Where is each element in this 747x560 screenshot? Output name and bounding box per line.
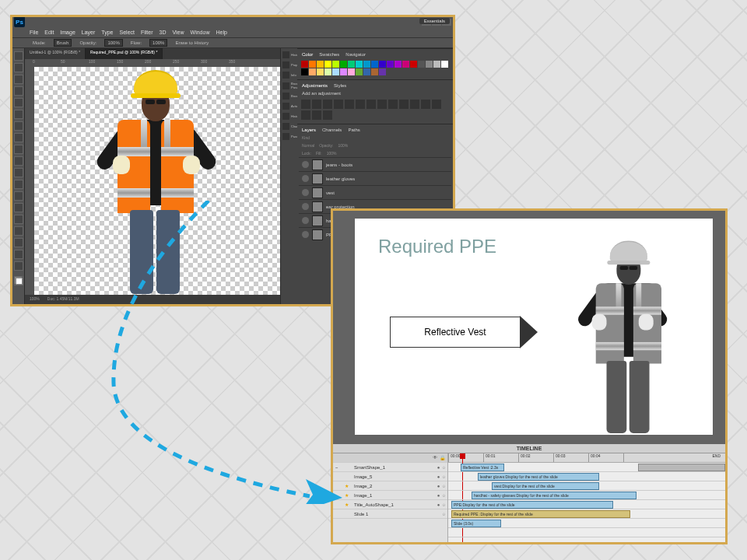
- callout-label[interactable]: Reflective Vest: [390, 317, 521, 348]
- dodge-tool-icon[interactable]: [14, 191, 23, 201]
- adj-icon[interactable]: [323, 100, 332, 109]
- color-swatch[interactable]: [14, 276, 23, 285]
- adj-icon[interactable]: [323, 110, 332, 120]
- timeline-track[interactable]: PPE:Display for the rest of the slide: [448, 500, 725, 509]
- layer-toggle[interactable]: ○: [442, 484, 445, 488]
- adj-icon[interactable]: [399, 100, 409, 109]
- tab-paths[interactable]: Paths: [348, 128, 359, 132]
- menu-window[interactable]: Window: [191, 30, 210, 35]
- swatch[interactable]: [395, 61, 402, 68]
- menu-image[interactable]: Image: [60, 30, 75, 35]
- swatch[interactable]: [410, 61, 417, 68]
- timeline-track[interactable]: jeans -boots:Display for the rest of ...…: [448, 472, 725, 481]
- swatch[interactable]: [340, 61, 347, 68]
- adj-icon[interactable]: [356, 100, 365, 109]
- lock-icon[interactable]: 🔒: [440, 455, 445, 460]
- menu-view[interactable]: View: [173, 30, 184, 35]
- pen-tool-icon[interactable]: [14, 203, 23, 212]
- marquee-tool-icon[interactable]: [14, 63, 23, 72]
- swatches-grid[interactable]: [299, 58, 451, 78]
- layer-fill[interactable]: 100%: [327, 151, 337, 156]
- swatch[interactable]: [348, 68, 355, 75]
- swatch[interactable]: [332, 61, 339, 68]
- adj-icon[interactable]: [432, 100, 441, 109]
- layer-toggle[interactable]: ●: [437, 465, 440, 470]
- menu-help[interactable]: Help: [216, 30, 226, 35]
- tab-layers[interactable]: Layers: [302, 128, 316, 132]
- layer-toggle[interactable]: ●: [437, 474, 440, 479]
- swatch[interactable]: [301, 61, 308, 68]
- panel-paragraph-icon[interactable]: Paragraph: [282, 133, 296, 140]
- photoshop-canvas[interactable]: [34, 67, 280, 295]
- visibility-icon[interactable]: [302, 203, 309, 210]
- swatch[interactable]: [356, 61, 363, 68]
- timeline-track[interactable]: [448, 537, 725, 544]
- stamp-tool-icon[interactable]: [14, 133, 23, 142]
- panel-properties-icon[interactable]: Properties: [282, 61, 296, 68]
- swatch[interactable]: [402, 61, 409, 68]
- swatch[interactable]: [309, 68, 316, 75]
- flow-value[interactable]: 100%: [149, 39, 167, 47]
- adj-icon[interactable]: [301, 100, 310, 109]
- captivate-stage[interactable]: Required PPE Reflective Vest: [333, 211, 725, 444]
- timeline-tracks[interactable]: 00:00 00:01 00:02 00:03 00:04 END Reflec…: [448, 453, 725, 544]
- swatch[interactable]: [379, 68, 386, 75]
- panel-brush-icon[interactable]: Brush: [282, 93, 296, 100]
- layer-toggle[interactable]: ○: [442, 512, 445, 516]
- swatch[interactable]: [317, 61, 324, 68]
- timeline-clip[interactable]: Reflective Vest :2.3s: [461, 464, 504, 471]
- adj-icon[interactable]: [388, 100, 398, 109]
- swatch[interactable]: [324, 61, 331, 68]
- tab-color[interactable]: Color: [302, 52, 313, 57]
- tab-swatches[interactable]: Swatches: [319, 52, 339, 57]
- layer-row[interactable]: leather gloves: [299, 171, 451, 185]
- layer-toggle[interactable]: ●: [437, 493, 440, 498]
- blend-mode[interactable]: Normal: [302, 143, 314, 148]
- eyedropper-tool-icon[interactable]: [14, 110, 23, 119]
- timeline-clip[interactable]: PPE:Display for the rest of the slide: [451, 501, 613, 509]
- layer-row[interactable]: vest: [299, 185, 451, 199]
- history-brush-tool-icon[interactable]: [14, 145, 23, 154]
- adj-icon[interactable]: [377, 100, 387, 109]
- erase-history-checkbox[interactable]: Erase to History: [175, 40, 209, 45]
- menu-3d[interactable]: 3D: [160, 30, 167, 35]
- wand-tool-icon[interactable]: [14, 86, 23, 96]
- tab-channels[interactable]: Channels: [322, 128, 342, 132]
- timeline-track[interactable]: [448, 528, 725, 537]
- swatch[interactable]: [348, 61, 355, 68]
- eraser-tool-icon[interactable]: [14, 156, 23, 166]
- swatch[interactable]: [324, 68, 331, 75]
- layer-toggle[interactable]: ○: [442, 502, 445, 507]
- timeline-layer-row[interactable]: ★Title_AutoShape_1●○: [333, 500, 447, 509]
- adj-icon[interactable]: [312, 100, 321, 109]
- swatch[interactable]: [441, 61, 448, 68]
- swatch[interactable]: [363, 68, 370, 75]
- swatch[interactable]: [309, 61, 316, 68]
- swatch[interactable]: [301, 68, 308, 75]
- adj-icon[interactable]: [301, 110, 310, 120]
- swatch[interactable]: [418, 61, 425, 68]
- opacity-value[interactable]: 100%: [104, 39, 122, 47]
- swatch[interactable]: [317, 68, 324, 75]
- timeline-clip[interactable]: Required PPE :Display for the rest of th…: [451, 510, 630, 518]
- swatch[interactable]: [426, 61, 433, 68]
- timeline-track[interactable]: vest:Display for the rest of the slide: [448, 481, 725, 491]
- visibility-icon[interactable]: [302, 175, 309, 182]
- layer-row[interactable]: jeans - boots: [299, 157, 451, 171]
- timeline-layer-row[interactable]: ★Image_2●○: [333, 481, 447, 491]
- visibility-icon[interactable]: [302, 161, 309, 168]
- adj-icon[interactable]: [421, 100, 430, 109]
- layer-toggle[interactable]: ○: [442, 465, 445, 470]
- swatch[interactable]: [363, 61, 370, 68]
- tab-navigator[interactable]: Navigator: [345, 52, 366, 57]
- timeline-layer-row[interactable]: ★Image_1●○: [333, 491, 447, 500]
- swatch[interactable]: [356, 68, 363, 75]
- timeline-layer-row[interactable]: Image_5●○: [333, 472, 447, 481]
- menu-layer[interactable]: Layer: [82, 30, 96, 35]
- gradient-tool-icon[interactable]: [14, 168, 23, 177]
- timeline-track[interactable]: ear protection:Display for the rest of t…: [448, 491, 725, 500]
- swatch[interactable]: [340, 68, 347, 75]
- layer-toggle[interactable]: ●: [437, 502, 440, 507]
- layer-toggle[interactable]: ●: [437, 484, 440, 488]
- shape-tool-icon[interactable]: [14, 238, 23, 247]
